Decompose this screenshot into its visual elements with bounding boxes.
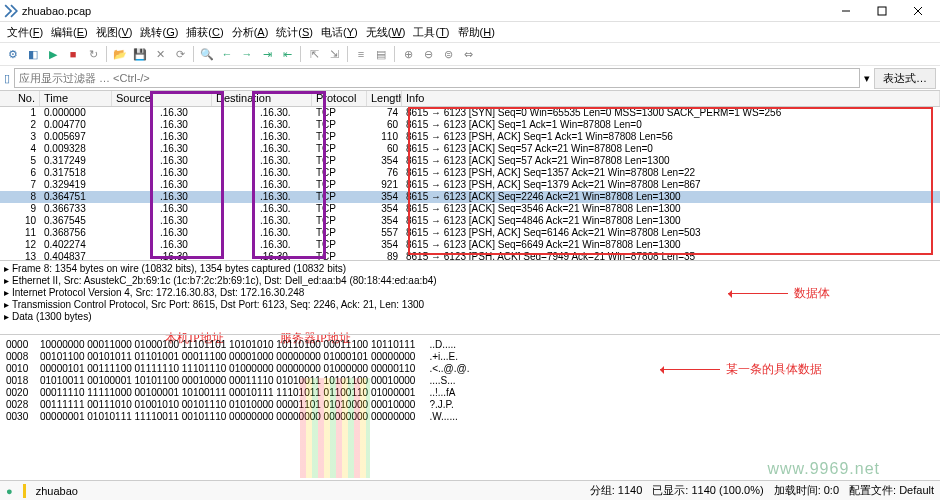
hex-row[interactable]: 000010000000 00011000 01000100 11101101 … xyxy=(6,339,934,351)
packet-details[interactable]: 数据体 ▸Frame 8: 1354 bytes on wire (10832 … xyxy=(0,260,940,334)
menu-item-7[interactable]: 电话(Y) xyxy=(318,24,361,41)
close-button[interactable] xyxy=(900,0,936,22)
window-title: zhuabao.pcap xyxy=(22,5,91,17)
minimize-button[interactable] xyxy=(828,0,864,22)
packet-list[interactable]: No. Time Source Destination Protocol Len… xyxy=(0,90,940,260)
col-protocol[interactable]: Protocol xyxy=(312,91,367,106)
status-ready-icon: ● xyxy=(6,485,13,497)
detail-item[interactable]: ▸Ethernet II, Src: AsustekC_2b:69:1c (1c… xyxy=(4,275,936,287)
table-row[interactable]: 90.366733.16.30.16.30.TCP3548615 → 6123 … xyxy=(0,203,940,215)
watermark: www.9969.net xyxy=(767,460,880,478)
table-row[interactable]: 20.004770.16.30.16.30.TCP608615 → 6123 [… xyxy=(0,119,940,131)
detail-item[interactable]: ▸Transmission Control Protocol, Src Port… xyxy=(4,299,936,311)
table-row[interactable]: 80.364751.16.30.16.30.TCP3548615 → 6123 … xyxy=(0,191,940,203)
menu-item-1[interactable]: 编辑(E) xyxy=(48,24,91,41)
col-info[interactable]: Info xyxy=(402,91,940,106)
status-profile: 配置文件: Default xyxy=(849,483,934,498)
menu-item-4[interactable]: 捕获(C) xyxy=(183,24,226,41)
menu-item-3[interactable]: 跳转(G) xyxy=(137,24,181,41)
menu-item-6[interactable]: 统计(S) xyxy=(273,24,316,41)
filter-icon: ▯ xyxy=(4,72,10,85)
stop-capture-icon[interactable]: ■ xyxy=(64,45,82,63)
app-icon xyxy=(4,4,18,18)
col-time[interactable]: Time xyxy=(40,91,112,106)
hex-row[interactable]: 003000000001 01010111 11110011 00101110 … xyxy=(6,411,934,423)
menu-item-5[interactable]: 分析(A) xyxy=(229,24,272,41)
hex-row[interactable]: 001000000101 00111100 01111110 11101110 … xyxy=(6,363,934,375)
table-row[interactable]: 100.367545.16.30.16.30.TCP3548615 → 6123… xyxy=(0,215,940,227)
goto-icon[interactable]: ⇤ xyxy=(278,45,296,63)
detail-item[interactable]: ▸Internet Protocol Version 4, Src: 172.1… xyxy=(4,287,936,299)
zoom-reset-icon[interactable]: ⊜ xyxy=(439,45,457,63)
menu-item-2[interactable]: 视图(V) xyxy=(93,24,136,41)
save-icon[interactable]: 💾 xyxy=(131,45,149,63)
open-icon[interactable]: 📂 xyxy=(111,45,129,63)
detail-item[interactable]: ▸Data (1300 bytes) xyxy=(4,311,936,323)
hex-row[interactable]: 001801010011 00100001 10101100 00010000 … xyxy=(6,375,934,387)
svg-rect-1 xyxy=(878,7,886,15)
hex-row[interactable]: 000800101100 00101011 01101001 00011100 … xyxy=(6,351,934,363)
zoom-out-icon[interactable]: ⊖ xyxy=(419,45,437,63)
maximize-button[interactable] xyxy=(864,0,900,22)
table-row[interactable]: 60.317518.16.30.16.30.TCP768615 → 6123 [… xyxy=(0,167,940,179)
table-row[interactable]: 120.402274.16.30.16.30.TCP3548615 → 6123… xyxy=(0,239,940,251)
table-row[interactable]: 30.005697.16.30.16.30.TCP1108615 → 6123 … xyxy=(0,131,940,143)
menu-item-10[interactable]: 帮助(H) xyxy=(455,24,498,41)
table-row[interactable]: 40.009328.16.30.16.30.TCP608615 → 6123 [… xyxy=(0,143,940,155)
close-icon[interactable]: ✕ xyxy=(151,45,169,63)
capture-options-icon[interactable]: ◧ xyxy=(24,45,42,63)
reload-icon[interactable]: ⟳ xyxy=(171,45,189,63)
autoscroll-icon[interactable]: ≡ xyxy=(352,45,370,63)
forward-icon[interactable]: → xyxy=(238,45,256,63)
find-icon[interactable]: 🔍 xyxy=(198,45,216,63)
filter-arrow-icon[interactable]: ▾ xyxy=(864,72,870,85)
resize-cols-icon[interactable]: ⇔ xyxy=(459,45,477,63)
detail-item[interactable]: ▸Frame 8: 1354 bytes on wire (10832 bits… xyxy=(4,263,936,275)
expression-button[interactable]: 表达式… xyxy=(874,68,936,89)
col-no[interactable]: No. xyxy=(0,91,40,106)
status-tab: zhuabao xyxy=(36,485,78,497)
hex-view[interactable]: 某一条的具体数据 000010000000 00011000 01000100 … xyxy=(0,334,940,434)
gear-icon[interactable]: ⚙ xyxy=(4,45,22,63)
menu-item-0[interactable]: 文件(F) xyxy=(4,24,46,41)
table-row[interactable]: 70.329419.16.30.16.30.TCP9218615 → 6123 … xyxy=(0,179,940,191)
status-packets: 分组: 1140 xyxy=(590,483,643,498)
col-destination[interactable]: Destination xyxy=(212,91,312,106)
hex-row[interactable]: 002000011110 11111000 00100001 10100111 … xyxy=(6,387,934,399)
menu-item-8[interactable]: 无线(W) xyxy=(363,24,409,41)
table-row[interactable]: 110.368756.16.30.16.30.TCP5578615 → 6123… xyxy=(0,227,940,239)
back-icon[interactable]: ← xyxy=(218,45,236,63)
last-icon[interactable]: ⇲ xyxy=(325,45,343,63)
hex-row[interactable]: 002800111111 00111010 01001010 00101110 … xyxy=(6,399,934,411)
table-row[interactable]: 130.404837.16.30.16.30.TCP898615 → 6123 … xyxy=(0,251,940,260)
colorize-icon[interactable]: ▤ xyxy=(372,45,390,63)
display-filter-input[interactable] xyxy=(14,68,860,88)
start-capture-icon[interactable]: ▶ xyxy=(44,45,62,63)
menu-item-9[interactable]: 工具(T) xyxy=(410,24,452,41)
jump-icon[interactable]: ⇥ xyxy=(258,45,276,63)
restart-capture-icon[interactable]: ↻ xyxy=(84,45,102,63)
table-row[interactable]: 50.317249.16.30.16.30.TCP3548615 → 6123 … xyxy=(0,155,940,167)
status-bar-indicator xyxy=(23,484,26,498)
zoom-in-icon[interactable]: ⊕ xyxy=(399,45,417,63)
status-displayed: 已显示: 1140 (100.0%) xyxy=(652,483,763,498)
first-icon[interactable]: ⇱ xyxy=(305,45,323,63)
col-source[interactable]: Source xyxy=(112,91,212,106)
status-loadtime: 加载时间: 0:0 xyxy=(774,483,839,498)
table-row[interactable]: 10.000000.16.30.16.30.TCP748615 → 6123 [… xyxy=(0,107,940,119)
col-length[interactable]: Length xyxy=(367,91,402,106)
